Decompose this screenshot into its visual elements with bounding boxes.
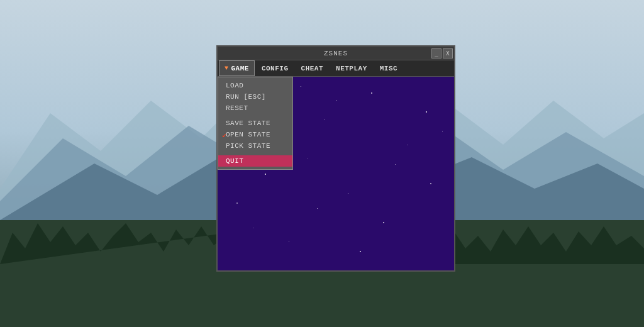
menu-item-save-state[interactable]: SAVE STATE (218, 118, 292, 129)
star (265, 174, 266, 175)
star (371, 92, 372, 94)
star (430, 183, 431, 184)
menu-item-quit[interactable]: QUIT (218, 155, 292, 167)
menu-item-run[interactable]: RUN [ESC] (218, 91, 292, 103)
title-bar: ZSNES _ X (218, 47, 454, 60)
menu-item-game[interactable]: ▼ GAME (219, 60, 255, 76)
menu-item-pick-state[interactable]: PICK STATE (218, 140, 292, 152)
menu-item-load[interactable]: LOAD (218, 80, 292, 91)
menu-label-config: CONFIG (262, 65, 289, 72)
star (360, 251, 361, 252)
menu-label-netplay: NETPLAY (336, 65, 367, 72)
star (336, 100, 336, 101)
star (324, 119, 325, 120)
menu-item-netplay[interactable]: NETPLAY (330, 60, 373, 76)
menu-label-cheat: CHEAT (301, 65, 324, 72)
star (317, 208, 318, 209)
close-button[interactable]: X (443, 48, 453, 58)
menu-item-reset[interactable]: RESET (218, 103, 292, 114)
star (442, 131, 443, 131)
menu-label-game: GAME (231, 65, 249, 72)
star (289, 241, 289, 242)
menu-bar: ▼ GAME CONFIG CHEAT NETPLAY MISC (218, 60, 454, 77)
star (407, 145, 408, 145)
minimize-button[interactable]: _ (431, 48, 441, 58)
title-bar-controls: _ X (431, 48, 453, 58)
star (236, 202, 238, 204)
star (308, 158, 308, 158)
window-title: ZSNES (324, 50, 348, 57)
star (253, 228, 253, 228)
arrow-icon: ▼ (225, 65, 229, 72)
open-state-label: OPEN STATE (226, 131, 270, 138)
menu-item-cheat[interactable]: CHEAT (296, 60, 330, 76)
zsnes-window: ZSNES _ X ▼ GAME CONFIG CHEAT NETPLAY MI… (216, 45, 455, 272)
star (301, 86, 301, 87)
menu-item-misc[interactable]: MISC (374, 60, 403, 76)
menu-label-misc: MISC (380, 65, 397, 72)
star (426, 111, 427, 113)
cursor-arrow-icon: ↙ (222, 130, 227, 140)
star (383, 222, 384, 223)
star (395, 164, 396, 165)
game-area: LOAD RUN [ESC] RESET SAVE STATE OPEN STA… (218, 77, 454, 270)
menu-item-open-state[interactable]: OPEN STATE ↙ (218, 129, 292, 140)
menu-item-config[interactable]: CONFIG (256, 60, 294, 76)
star (348, 193, 348, 194)
dropdown-menu: LOAD RUN [ESC] RESET SAVE STATE OPEN STA… (218, 77, 293, 170)
